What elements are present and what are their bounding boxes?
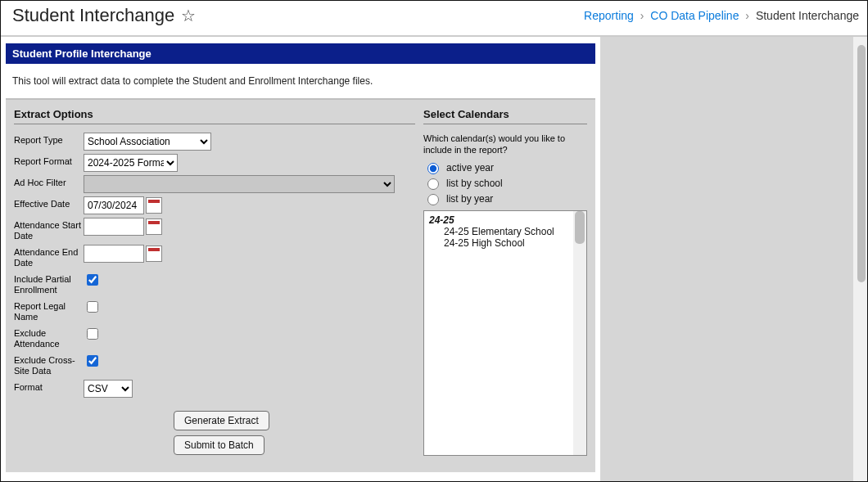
label-att-end: Attendance End Date <box>14 245 84 268</box>
label-adhoc: Ad Hoc Filter <box>14 175 84 188</box>
panel-title: Student Profile Interchange <box>6 43 595 64</box>
chevron-right-icon: › <box>637 9 648 22</box>
calendar-list[interactable]: 24-25 24-25 Elementary School 24-25 High… <box>423 210 587 456</box>
calendar-icon[interactable] <box>146 197 162 214</box>
report-type-select[interactable]: School Association <box>84 133 211 151</box>
scrollbar-thumb[interactable] <box>575 211 585 244</box>
radio-list-by-school[interactable] <box>427 178 439 190</box>
label-effective-date: Effective Date <box>14 196 84 209</box>
radio-active-year-label: active year <box>446 162 494 173</box>
side-gutter <box>600 37 867 481</box>
attendance-start-input[interactable] <box>84 218 144 236</box>
select-calendars-heading: Select Calendars <box>423 108 587 124</box>
submit-to-batch-button[interactable]: Submit to Batch <box>174 435 264 455</box>
breadcrumb: Reporting › CO Data Pipeline › Student I… <box>584 9 859 22</box>
calendar-tree-root[interactable]: 24-25 <box>429 214 581 226</box>
label-exclude-attendance: Exclude Attendance <box>14 326 84 349</box>
calendar-tree-item[interactable]: 24-25 High School <box>429 237 581 249</box>
radio-list-by-year-label: list by year <box>446 193 493 205</box>
calendar-tree-item[interactable]: 24-25 Elementary School <box>429 226 581 237</box>
radio-list-by-school-label: list by school <box>446 178 503 189</box>
include-partial-checkbox[interactable] <box>87 274 98 286</box>
attendance-end-input[interactable] <box>84 245 144 263</box>
label-att-start: Attendance Start Date <box>14 218 84 241</box>
label-legal-name: Report Legal Name <box>14 299 84 322</box>
calendars-prompt: Which calendar(s) would you like to incl… <box>423 133 587 155</box>
breadcrumb-current: Student Interchange <box>756 9 859 22</box>
label-report-format: Report Format <box>14 154 84 167</box>
adhoc-filter-select[interactable] <box>84 175 395 193</box>
radio-list-by-year[interactable] <box>427 194 439 205</box>
breadcrumb-reporting[interactable]: Reporting <box>584 9 634 22</box>
breadcrumb-co-data-pipeline[interactable]: CO Data Pipeline <box>650 9 739 22</box>
output-format-select[interactable]: CSV <box>84 380 133 398</box>
scrollbar[interactable] <box>853 37 867 481</box>
scrollbar-thumb[interactable] <box>857 45 866 282</box>
label-include-partial: Include Partial Enrollment <box>14 272 84 295</box>
label-report-type: Report Type <box>14 133 84 146</box>
chevron-right-icon: › <box>742 9 753 22</box>
effective-date-input[interactable] <box>84 196 144 214</box>
calendar-icon[interactable] <box>146 246 162 262</box>
exclude-cross-site-checkbox[interactable] <box>87 355 98 367</box>
generate-extract-button[interactable]: Generate Extract <box>174 411 269 430</box>
extract-options-heading: Extract Options <box>14 108 415 124</box>
label-exclude-cross-site: Exclude Cross-Site Data <box>14 353 84 376</box>
exclude-attendance-checkbox[interactable] <box>87 328 98 340</box>
report-legal-name-checkbox[interactable] <box>87 301 98 313</box>
radio-active-year[interactable] <box>427 163 439 174</box>
report-format-select[interactable]: 2024-2025 Format <box>84 154 178 172</box>
scrollbar[interactable] <box>573 211 586 455</box>
calendar-icon[interactable] <box>146 218 162 235</box>
page-header: Student Interchange ☆ Reporting › CO Dat… <box>1 1 867 37</box>
page-title: Student Interchange <box>12 5 174 26</box>
favorite-star-icon[interactable]: ☆ <box>181 7 196 24</box>
label-format: Format <box>14 380 84 393</box>
panel-intro-text: This tool will extract data to complete … <box>1 64 600 98</box>
